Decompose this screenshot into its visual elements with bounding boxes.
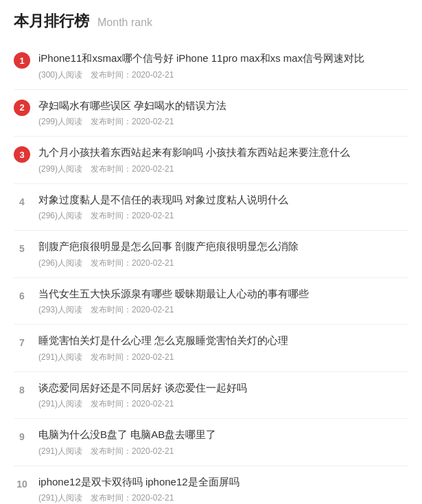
item-meta: (296)人阅读发布时间：2020-02-21 [38, 210, 408, 222]
rank-badge: 3 [14, 146, 30, 163]
item-meta: (300)人阅读发布时间：2020-02-21 [38, 69, 408, 81]
item-reads: (299)人阅读 [38, 164, 82, 174]
item-content: iphone12是双卡双待吗 iphone12是全面屏吗(291)人阅读发布时间… [38, 474, 408, 505]
item-date: 发布时间：2020-02-21 [91, 211, 174, 220]
item-meta: (291)人阅读发布时间：2020-02-21 [38, 492, 408, 504]
item-meta: (299)人阅读发布时间：2020-02-21 [38, 163, 408, 175]
item-reads: (296)人阅读 [38, 211, 82, 220]
item-content: 对象过度黏人是不信任的表现吗 对象过度粘人说明什么(296)人阅读发布时间：20… [38, 192, 408, 222]
item-meta: (293)人阅读发布时间：2020-02-21 [38, 304, 408, 316]
list-item: 9电脑为什么没B盘了 电脑AB盘去哪里了(291)人阅读发布时间：2020-02… [14, 419, 408, 466]
page-title-cn: 本月排行榜 [14, 11, 89, 32]
rank-badge: 5 [14, 240, 30, 257]
item-reads: (291)人阅读 [38, 493, 82, 503]
list-item: 6当代女生五大快乐源泉有哪些 暧昧期最让人心动的事有哪些(293)人阅读发布时间… [14, 278, 408, 325]
item-reads: (300)人阅读 [38, 70, 82, 80]
item-content: 电脑为什么没B盘了 电脑AB盘去哪里了(291)人阅读发布时间：2020-02-… [38, 427, 408, 457]
item-title[interactable]: 剖腹产疤痕很明显是怎么回事 剖腹产疤痕很明显怎么消除 [38, 239, 408, 255]
item-reads: (291)人阅读 [38, 352, 82, 362]
item-content: iPhone11和xsmax哪个信号好 iPhone 11pro max和xs … [38, 51, 408, 81]
item-meta: (299)人阅读发布时间：2020-02-21 [38, 116, 408, 128]
item-date: 发布时间：2020-02-21 [91, 305, 174, 314]
item-date: 发布时间：2020-02-21 [91, 493, 174, 503]
item-reads: (291)人阅读 [38, 446, 82, 456]
list-item: 3九个月小孩扶着东西站起来有影响吗 小孩扶着东西站起来要注意什么(299)人阅读… [14, 137, 408, 184]
item-date: 发布时间：2020-02-21 [91, 164, 174, 174]
item-reads: (299)人阅读 [38, 117, 82, 126]
item-title[interactable]: 对象过度黏人是不信任的表现吗 对象过度粘人说明什么 [38, 192, 408, 208]
list-item: 8谈恋爱同居好还是不同居好 谈恋爱住一起好吗(291)人阅读发布时间：2020-… [14, 372, 408, 420]
rank-badge: 6 [14, 288, 30, 304]
rank-badge: 10 [14, 476, 30, 492]
rank-badge: 4 [14, 194, 30, 210]
list-item: 7睡觉害怕关灯是什么心理 怎么克服睡觉害怕关灯的心理(291)人阅读发布时间：2… [14, 325, 408, 372]
rank-list: 1iPhone11和xsmax哪个信号好 iPhone 11pro max和xs… [14, 43, 408, 504]
item-title[interactable]: 九个月小孩扶着东西站起来有影响吗 小孩扶着东西站起来要注意什么 [38, 145, 408, 161]
list-item: 5剖腹产疤痕很明显是怎么回事 剖腹产疤痕很明显怎么消除(296)人阅读发布时间：… [14, 231, 408, 278]
rank-badge: 2 [14, 100, 30, 116]
item-title[interactable]: iphone12是双卡双待吗 iphone12是全面屏吗 [38, 474, 408, 490]
item-title[interactable]: 谈恋爱同居好还是不同居好 谈恋爱住一起好吗 [38, 380, 408, 396]
list-item: 1iPhone11和xsmax哪个信号好 iPhone 11pro max和xs… [14, 43, 408, 90]
item-reads: (291)人阅读 [38, 399, 82, 409]
list-item: 4对象过度黏人是不信任的表现吗 对象过度粘人说明什么(296)人阅读发布时间：2… [14, 184, 408, 231]
item-title[interactable]: iPhone11和xsmax哪个信号好 iPhone 11pro max和xs … [38, 51, 408, 67]
list-item: 10iphone12是双卡双待吗 iphone12是全面屏吗(291)人阅读发布… [14, 466, 408, 505]
rank-badge: 9 [14, 428, 30, 445]
item-meta: (291)人阅读发布时间：2020-02-21 [38, 398, 408, 410]
item-content: 剖腹产疤痕很明显是怎么回事 剖腹产疤痕很明显怎么消除(296)人阅读发布时间：2… [38, 239, 408, 269]
item-content: 孕妇喝水有哪些误区 孕妇喝水的错误方法(299)人阅读发布时间：2020-02-… [38, 98, 408, 128]
page-header: 本月排行榜 Month rank [14, 11, 408, 32]
item-content: 当代女生五大快乐源泉有哪些 暧昧期最让人心动的事有哪些(293)人阅读发布时间：… [38, 286, 408, 317]
rank-badge: 8 [14, 382, 30, 398]
item-date: 发布时间：2020-02-21 [91, 258, 174, 268]
item-title[interactable]: 电脑为什么没B盘了 电脑AB盘去哪里了 [38, 427, 408, 443]
item-title[interactable]: 孕妇喝水有哪些误区 孕妇喝水的错误方法 [38, 98, 408, 114]
item-reads: (293)人阅读 [38, 305, 82, 314]
item-date: 发布时间：2020-02-21 [91, 352, 174, 362]
page-title-en: Month rank [97, 16, 152, 29]
item-content: 睡觉害怕关灯是什么心理 怎么克服睡觉害怕关灯的心理(291)人阅读发布时间：20… [38, 333, 408, 363]
item-title[interactable]: 当代女生五大快乐源泉有哪些 暧昧期最让人心动的事有哪些 [38, 286, 408, 302]
rank-badge: 7 [14, 334, 30, 351]
item-content: 九个月小孩扶着东西站起来有影响吗 小孩扶着东西站起来要注意什么(299)人阅读发… [38, 145, 408, 175]
item-reads: (296)人阅读 [38, 258, 82, 268]
item-meta: (291)人阅读发布时间：2020-02-21 [38, 446, 408, 457]
item-meta: (291)人阅读发布时间：2020-02-21 [38, 352, 408, 363]
item-content: 谈恋爱同居好还是不同居好 谈恋爱住一起好吗(291)人阅读发布时间：2020-0… [38, 380, 408, 411]
item-meta: (296)人阅读发布时间：2020-02-21 [38, 257, 408, 269]
list-item: 2孕妇喝水有哪些误区 孕妇喝水的错误方法(299)人阅读发布时间：2020-02… [14, 90, 408, 137]
item-date: 发布时间：2020-02-21 [91, 399, 174, 409]
item-date: 发布时间：2020-02-21 [91, 70, 174, 80]
item-date: 发布时间：2020-02-21 [91, 117, 174, 126]
item-title[interactable]: 睡觉害怕关灯是什么心理 怎么克服睡觉害怕关灯的心理 [38, 333, 408, 349]
item-date: 发布时间：2020-02-21 [91, 446, 174, 456]
rank-badge: 1 [14, 52, 30, 69]
